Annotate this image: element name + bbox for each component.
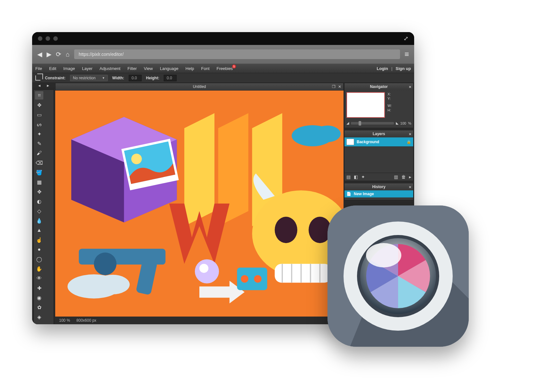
prev-tab-icon[interactable]: ◂ bbox=[38, 83, 40, 88]
red-eye-tool[interactable]: 👁 bbox=[35, 274, 43, 283]
window-close-button[interactable] bbox=[38, 36, 42, 41]
panel-close-icon[interactable]: × bbox=[409, 185, 411, 189]
svg-point-9 bbox=[314, 126, 341, 142]
address-bar[interactable]: https://pixlr.com/editor/ bbox=[74, 49, 400, 59]
signup-link[interactable]: Sign up bbox=[396, 66, 411, 71]
svg-point-17 bbox=[94, 253, 116, 275]
window-minimize-button[interactable] bbox=[46, 36, 50, 41]
layer-thumbnail bbox=[346, 139, 354, 145]
lock-icon[interactable]: 🔒 bbox=[406, 140, 411, 144]
lasso-tool[interactable]: ᔕ bbox=[35, 120, 43, 128]
navigator-info: X: Y: W: H: bbox=[388, 92, 392, 118]
menu-file[interactable]: File bbox=[35, 66, 42, 71]
menu-edit[interactable]: Edit bbox=[49, 66, 56, 71]
svg-rect-21 bbox=[275, 264, 331, 283]
navigator-header: Navigator × bbox=[344, 83, 413, 90]
svg-point-29 bbox=[199, 264, 208, 273]
panel-close-icon[interactable]: × bbox=[409, 84, 411, 89]
drawing-tool[interactable]: ◇ bbox=[35, 207, 43, 215]
next-tab-icon[interactable]: ▸ bbox=[47, 83, 49, 88]
layers-header: Layers × bbox=[344, 130, 413, 137]
menu-freebies[interactable]: Freebies 5 bbox=[217, 66, 233, 71]
canvas[interactable] bbox=[55, 91, 344, 317]
svg-point-19 bbox=[275, 217, 297, 243]
status-bar: 100 % 800x600 px bbox=[55, 317, 344, 324]
width-label: Width: bbox=[112, 76, 124, 80]
zoom-in-icon[interactable]: ◣ bbox=[396, 121, 398, 125]
layer-row[interactable]: Background 🔒 bbox=[344, 137, 413, 147]
address-url: https://pixlr.com/editor/ bbox=[79, 52, 124, 57]
bloat-tool[interactable]: ◉ bbox=[35, 293, 43, 302]
fullscreen-icon[interactable]: ⤢ bbox=[404, 35, 408, 42]
crop-tool[interactable]: ⌗ bbox=[35, 91, 43, 100]
zoom-slider[interactable] bbox=[351, 122, 394, 125]
spot-heal-tool[interactable]: ✚ bbox=[35, 284, 43, 292]
canvas-area: Untitled ❐ ✕ bbox=[55, 83, 344, 324]
clone-stamp-tool[interactable]: ✥ bbox=[35, 187, 43, 196]
history-header: History × bbox=[344, 183, 413, 190]
pixlr-app-icon bbox=[327, 205, 469, 347]
layer-menu-icon[interactable]: ▸ bbox=[409, 174, 411, 179]
smudge-tool[interactable]: ☝ bbox=[35, 236, 43, 244]
back-button[interactable]: ◀ bbox=[37, 50, 42, 58]
new-image-icon: 📄 bbox=[346, 192, 351, 196]
menu-adjustment[interactable]: Adjustment bbox=[100, 66, 120, 71]
layers-panel: Layers × Background 🔒 ▤ ◧ ✦ ▥ 🗑 bbox=[344, 130, 414, 181]
brush-tool[interactable]: 🖌 bbox=[35, 149, 43, 157]
navigator-preview[interactable] bbox=[346, 92, 385, 118]
menu-image[interactable]: Image bbox=[63, 66, 75, 71]
menu-help[interactable]: Help bbox=[186, 66, 194, 71]
menu-right: Login | Sign up bbox=[377, 66, 411, 71]
height-field[interactable]: 0.0 bbox=[164, 75, 177, 81]
menu-font[interactable]: Font bbox=[201, 66, 210, 71]
canvas-close-icon[interactable]: ✕ bbox=[338, 84, 341, 89]
move-tool[interactable]: ✥ bbox=[35, 101, 43, 109]
document-tabs: ◂ ▸ bbox=[32, 83, 55, 88]
browser-menu-icon[interactable]: ≡ bbox=[405, 50, 409, 59]
constraint-label: Constraint: bbox=[45, 76, 65, 80]
home-button[interactable]: ⌂ bbox=[66, 51, 70, 58]
crop-icon[interactable] bbox=[35, 75, 40, 81]
new-layer-icon[interactable]: ▥ bbox=[394, 174, 398, 179]
burn-tool[interactable]: ✋ bbox=[35, 265, 43, 273]
svg-point-38 bbox=[366, 243, 401, 267]
delete-layer-icon[interactable]: 🗑 bbox=[401, 174, 406, 179]
zoom-out-icon[interactable]: ◢ bbox=[346, 121, 349, 125]
marquee-tool[interactable]: ▭ bbox=[35, 110, 43, 119]
canvas-restore-icon[interactable]: ❐ bbox=[332, 84, 336, 89]
pencil-tool[interactable]: ✎ bbox=[35, 139, 43, 148]
login-link[interactable]: Login bbox=[377, 66, 388, 71]
menu-left: File Edit Image Layer Adjustment Filter … bbox=[35, 66, 233, 71]
history-row[interactable]: 📄 New Image bbox=[344, 190, 413, 197]
layer-mask-icon[interactable]: ◧ bbox=[354, 174, 358, 179]
layer-opacity-icon[interactable]: ▤ bbox=[346, 174, 351, 179]
layers-body: Background 🔒 bbox=[344, 137, 413, 173]
color-replace-tool[interactable]: ◐ bbox=[35, 197, 43, 205]
type-tool[interactable]: A bbox=[35, 322, 43, 324]
gradient-tool[interactable]: ▦ bbox=[35, 178, 43, 186]
navigator-zoom: ◢ ◣ 100 % bbox=[344, 120, 413, 128]
colorpicker-tool[interactable]: ◈ bbox=[35, 313, 43, 321]
dodge-tool[interactable]: ◯ bbox=[35, 255, 43, 263]
eraser-tool[interactable]: ⌫ bbox=[35, 159, 43, 167]
wand-tool[interactable]: ✦ bbox=[35, 130, 43, 138]
menu-filter[interactable]: Filter bbox=[127, 66, 137, 71]
forward-button[interactable]: ▶ bbox=[47, 50, 51, 58]
svg-point-11 bbox=[96, 275, 130, 294]
layer-styles-icon[interactable]: ✦ bbox=[361, 174, 365, 179]
freebies-badge: 5 bbox=[232, 65, 236, 68]
sponge-tool[interactable]: ● bbox=[35, 245, 43, 254]
width-field[interactable]: 0.0 bbox=[129, 75, 142, 81]
constraint-select[interactable]: No restriction ▼ bbox=[70, 75, 108, 81]
menu-layer[interactable]: Layer bbox=[82, 66, 93, 71]
blur-tool[interactable]: 💧 bbox=[35, 216, 43, 225]
window-maximize-button[interactable] bbox=[53, 36, 58, 41]
panel-close-icon[interactable]: × bbox=[409, 132, 411, 136]
sharpen-tool[interactable]: ▲ bbox=[35, 226, 43, 234]
menu-view[interactable]: View bbox=[144, 66, 153, 71]
menu-language[interactable]: Language bbox=[160, 66, 179, 71]
paint-bucket-tool[interactable]: 🪣 bbox=[35, 168, 43, 177]
canvas-dimensions: 800x600 px bbox=[76, 318, 96, 323]
pinch-tool[interactable]: ✿ bbox=[35, 303, 43, 311]
reload-button[interactable]: ⟳ bbox=[56, 50, 61, 58]
